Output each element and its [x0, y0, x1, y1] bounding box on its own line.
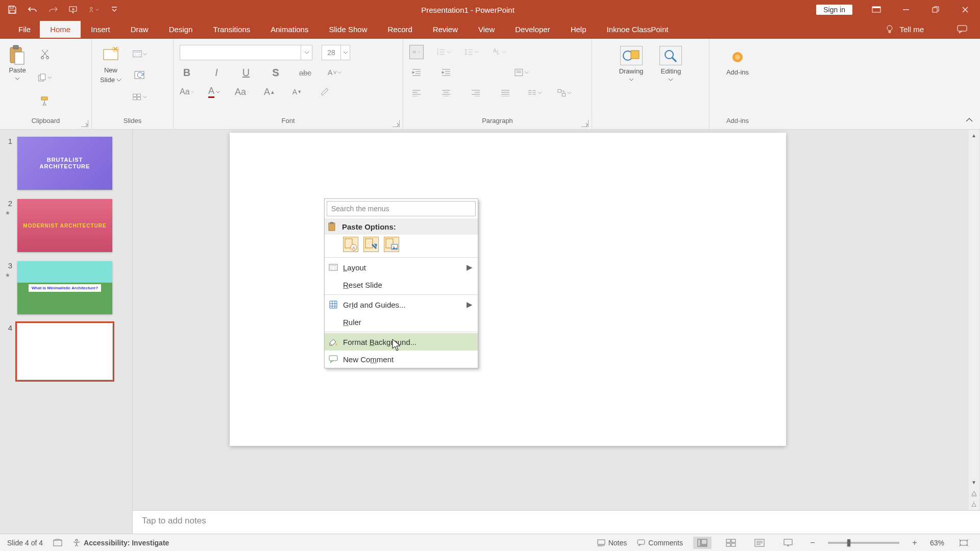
start-from-beginning-icon[interactable]	[68, 5, 79, 15]
new-slide-button[interactable]: New Slide	[98, 45, 124, 85]
fit-to-window-icon[interactable]	[954, 537, 973, 549]
chevron-down-icon[interactable]	[301, 45, 312, 60]
tell-me-search[interactable]: Tell me	[885, 24, 954, 34]
tab-view[interactable]: View	[468, 21, 505, 38]
addins-button[interactable]: Add-ins	[724, 47, 751, 77]
underline-icon[interactable]: U	[239, 65, 253, 80]
next-slide-icon[interactable]: ⧊	[969, 499, 979, 510]
font-size-input[interactable]: 28	[322, 45, 350, 60]
text-direction-icon[interactable]: A	[492, 45, 506, 59]
justify-icon[interactable]	[498, 86, 512, 100]
vertical-scrollbar[interactable]: ▲ ▼ ⧋ ⧊	[969, 130, 979, 510]
tab-transitions[interactable]: Transitions	[203, 21, 260, 38]
shrink-font-icon[interactable]: A▼	[290, 85, 304, 99]
slide-thumbnails-panel[interactable]: 1 BRUTALISTARCHITECTURE 2★ MODERNIST ARC…	[0, 130, 133, 534]
prev-slide-icon[interactable]: ⧋	[969, 488, 979, 499]
reading-view-icon[interactable]	[750, 537, 769, 549]
dialog-launcher-font[interactable]	[393, 120, 400, 127]
paste-button[interactable]: Paste	[6, 45, 29, 82]
cut-icon[interactable]	[38, 47, 52, 61]
save-icon[interactable]	[7, 5, 17, 15]
tab-review[interactable]: Review	[423, 21, 468, 38]
decrease-indent-icon[interactable]	[409, 65, 424, 80]
convert-smartart-icon[interactable]	[557, 86, 572, 100]
font-name-input[interactable]	[180, 45, 312, 60]
thumbnail-preview[interactable]: MODERNIST ARCHITECTURE	[17, 199, 112, 252]
normal-view-icon[interactable]	[693, 537, 712, 549]
thumbnail-preview[interactable]: BRUTALISTARCHITECTURE	[17, 137, 112, 190]
thumbnail-4[interactable]: 4	[0, 321, 132, 387]
scroll-down-icon[interactable]: ▼	[969, 477, 979, 488]
context-reset-slide[interactable]: Reset Slide	[325, 276, 478, 293]
increase-indent-icon[interactable]	[439, 65, 453, 80]
shadow-icon[interactable]: S	[268, 65, 283, 80]
tab-draw[interactable]: Draw	[120, 21, 159, 38]
context-format-background[interactable]: Format Background...	[325, 333, 478, 350]
italic-icon[interactable]: I	[209, 65, 224, 80]
ribbon-display-options-icon[interactable]	[862, 0, 891, 19]
context-layout[interactable]: Layout ▶	[325, 259, 478, 276]
editing-button[interactable]: Editing	[657, 45, 684, 83]
slide-sorter-view-icon[interactable]	[722, 537, 740, 549]
columns-icon[interactable]	[528, 86, 542, 100]
customize-qat-icon[interactable]	[109, 5, 119, 15]
align-left-icon[interactable]	[409, 86, 424, 100]
thumbnail-3[interactable]: 3★ What is Minimalistic Architecture?	[0, 259, 132, 321]
slide-indicator[interactable]: Slide 4 of 4	[7, 539, 43, 547]
zoom-in-button[interactable]: +	[910, 538, 920, 547]
thumbnail-1[interactable]: 1 BRUTALISTARCHITECTURE	[0, 135, 132, 197]
accessibility-button[interactable]: Accessibility: Investigate	[72, 539, 169, 547]
context-search-input[interactable]: Search the menus	[327, 201, 476, 216]
strikethrough-icon[interactable]: abc	[298, 65, 312, 80]
notes-pane[interactable]: Tap to add notes	[133, 510, 980, 534]
slideshow-view-icon[interactable]	[779, 537, 797, 549]
copy-icon[interactable]	[38, 70, 52, 85]
align-right-icon[interactable]	[469, 86, 483, 100]
comments-button[interactable]: Comments	[637, 539, 683, 547]
zoom-slider[interactable]	[828, 542, 899, 544]
maximize-icon[interactable]	[921, 0, 950, 19]
bullets-icon[interactable]	[409, 45, 424, 59]
font-color-icon-a[interactable]: A	[207, 85, 222, 99]
change-case-icon[interactable]: Aa	[180, 85, 194, 99]
reset-icon[interactable]	[133, 68, 147, 83]
increase-font-icon[interactable]: Aa	[235, 85, 249, 99]
layout-icon[interactable]	[133, 47, 147, 61]
bold-icon[interactable]: B	[180, 65, 194, 80]
tab-help[interactable]: Help	[560, 21, 597, 38]
zoom-out-button[interactable]: −	[807, 538, 818, 547]
paste-use-destination-theme-icon[interactable]: A	[343, 237, 358, 252]
paste-keep-source-formatting-icon[interactable]	[363, 237, 379, 252]
thumbnail-preview[interactable]: What is Minimalistic Architecture?	[17, 261, 112, 314]
context-new-comment[interactable]: New Comment	[325, 350, 478, 368]
tab-classpoint[interactable]: Inknoe ClassPoint	[597, 21, 679, 38]
close-icon[interactable]	[950, 0, 980, 19]
format-painter-icon[interactable]	[38, 94, 52, 108]
minimize-icon[interactable]	[891, 0, 921, 19]
redo-icon[interactable]	[48, 5, 58, 15]
comments-pane-toggle-icon[interactable]	[954, 24, 970, 34]
character-spacing-icon[interactable]: AV	[328, 65, 342, 80]
tab-slideshow[interactable]: Slide Show	[318, 21, 377, 38]
undo-icon[interactable]	[28, 5, 38, 15]
language-icon[interactable]	[53, 539, 62, 547]
tab-record[interactable]: Record	[377, 21, 422, 38]
touch-mode-icon[interactable]	[89, 5, 99, 15]
slide-canvas[interactable]	[230, 133, 786, 446]
context-ruler[interactable]: Ruler	[325, 313, 478, 331]
align-text-icon[interactable]	[514, 65, 529, 80]
notes-button[interactable]: Notes	[597, 539, 627, 547]
tab-home[interactable]: Home	[40, 21, 81, 38]
section-icon[interactable]	[133, 90, 147, 104]
tab-animations[interactable]: Animations	[260, 21, 318, 38]
tab-file[interactable]: File	[9, 21, 40, 38]
sign-in-button[interactable]: Sign in	[816, 5, 852, 15]
scroll-up-icon[interactable]: ▲	[969, 130, 979, 141]
align-center-icon[interactable]	[439, 86, 453, 100]
dialog-launcher-paragraph[interactable]	[581, 120, 589, 127]
paste-picture-icon[interactable]	[384, 237, 399, 252]
drawing-button[interactable]: Drawing	[617, 45, 646, 83]
tab-developer[interactable]: Developer	[505, 21, 560, 38]
clear-formatting-icon[interactable]	[317, 85, 332, 99]
thumbnail-2[interactable]: 2★ MODERNIST ARCHITECTURE	[0, 197, 132, 259]
